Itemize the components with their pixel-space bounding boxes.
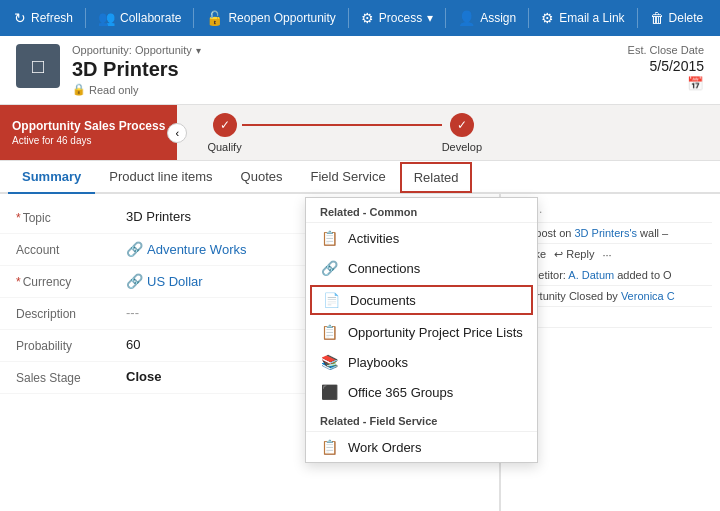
value-sales-stage: Close bbox=[126, 369, 161, 384]
tab-bar: Summary Product line items Quotes Field … bbox=[0, 161, 720, 194]
price-lists-icon: 📋 bbox=[320, 324, 338, 340]
separator bbox=[193, 8, 194, 28]
more-button[interactable]: ··· bbox=[602, 248, 611, 261]
email-button[interactable]: ⚙ Email a Link bbox=[533, 6, 632, 30]
lock-icon: 🔒 bbox=[72, 83, 86, 96]
note-placeholder[interactable]: note... bbox=[509, 202, 712, 223]
step-circle-qualify: ✓ bbox=[213, 113, 237, 137]
dropdown-item-price-lists[interactable]: 📋 Opportunity Project Price Lists bbox=[306, 317, 537, 347]
activity-link[interactable]: 3D Printers's bbox=[574, 227, 637, 239]
reopen-button[interactable]: 🔓 Reopen Opportunity bbox=[198, 6, 343, 30]
tab-quotes[interactable]: Quotes bbox=[227, 161, 297, 194]
close-date-value: 5/5/2015 bbox=[628, 58, 704, 74]
refresh-button[interactable]: ↻ Refresh bbox=[6, 6, 81, 30]
related-dropdown-menu: Related - Common 📋 Activities 🔗 Connecti… bbox=[305, 197, 538, 463]
value-probability: 60 bbox=[126, 337, 140, 352]
currency-link-icon: 🔗 bbox=[126, 273, 143, 289]
value-description: --- bbox=[126, 305, 139, 320]
activity-item-3: Opportunity Closed by Veronica C bbox=[509, 286, 712, 307]
step-label-develop: Develop bbox=[442, 141, 482, 153]
office365-icon: ⬛ bbox=[320, 384, 338, 400]
process-bar: Opportunity Sales Process Active for 46 … bbox=[0, 105, 720, 161]
activity-item-4: $0.00 bbox=[509, 307, 712, 328]
record-header: □ Opportunity: Opportunity ▾ 3D Printers… bbox=[0, 36, 720, 105]
tab-summary[interactable]: Summary bbox=[8, 161, 95, 194]
separator bbox=[348, 8, 349, 28]
label-currency: *Currency bbox=[16, 273, 126, 289]
delete-icon: 🗑 bbox=[650, 10, 664, 26]
value-currency[interactable]: 🔗 US Dollar bbox=[126, 273, 203, 289]
chevron-down-icon: ▾ bbox=[427, 11, 433, 25]
calendar-button[interactable]: 📅 bbox=[687, 76, 704, 91]
reply-button[interactable]: ↩ Reply bbox=[554, 248, 594, 261]
dropdown-item-office365[interactable]: ⬛ Office 365 Groups bbox=[306, 377, 537, 407]
record-title: 3D Printers bbox=[72, 58, 201, 81]
dropdown-item-connections[interactable]: 🔗 Connections bbox=[306, 253, 537, 283]
activity-item-2: Competitor: A. Datum added to O bbox=[509, 265, 712, 286]
process-icon: ⚙ bbox=[361, 10, 374, 26]
value-account[interactable]: 🔗 Adventure Works bbox=[126, 241, 246, 257]
dropdown-section-field-service: Related - Field Service bbox=[306, 407, 537, 432]
collaborate-button[interactable]: 👥 Collaborate bbox=[90, 6, 189, 30]
dropdown-item-playbooks[interactable]: 📚 Playbooks bbox=[306, 347, 537, 377]
tab-related[interactable]: Related bbox=[400, 162, 473, 193]
process-collapse-button[interactable]: ‹ bbox=[167, 123, 187, 143]
assign-button[interactable]: 👤 Assign bbox=[450, 6, 524, 30]
label-sales-stage: Sales Stage bbox=[16, 369, 126, 385]
step-circle-develop: ✓ bbox=[450, 113, 474, 137]
readonly-badge: 🔒 Read only bbox=[72, 83, 201, 96]
header-left: □ Opportunity: Opportunity ▾ 3D Printers… bbox=[16, 44, 201, 96]
label-topic: *Topic bbox=[16, 209, 126, 225]
label-description: Description bbox=[16, 305, 126, 321]
entity-info: Opportunity: Opportunity ▾ 3D Printers 🔒… bbox=[72, 44, 201, 96]
toolbar: ↻ Refresh 👥 Collaborate 🔓 Reopen Opportu… bbox=[0, 0, 720, 36]
connections-icon: 🔗 bbox=[320, 260, 338, 276]
breadcrumb-chevron-icon: ▾ bbox=[196, 45, 201, 56]
entity-icon: □ bbox=[16, 44, 60, 88]
dropdown-item-documents[interactable]: 📄 Documents bbox=[310, 285, 533, 315]
tab-field-service[interactable]: Field Service bbox=[297, 161, 400, 194]
process-stage: Opportunity Sales Process Active for 46 … bbox=[0, 105, 177, 160]
separator bbox=[528, 8, 529, 28]
header-right: Est. Close Date 5/5/2015 📅 bbox=[628, 44, 704, 91]
documents-icon: 📄 bbox=[322, 292, 340, 308]
process-button[interactable]: ⚙ Process ▾ bbox=[353, 6, 441, 30]
label-account: Account bbox=[16, 241, 126, 257]
process-step-develop[interactable]: ✓ Develop bbox=[442, 113, 482, 153]
step-label-qualify: Qualify bbox=[207, 141, 241, 153]
required-indicator: * bbox=[16, 211, 21, 225]
process-steps: ✓ Qualify ✓ Develop bbox=[187, 113, 720, 153]
activities-icon: 📋 bbox=[320, 230, 338, 246]
dropdown-section-common: Related - Common bbox=[306, 198, 537, 223]
dropdown-item-activities[interactable]: 📋 Activities bbox=[306, 223, 537, 253]
email-icon: ⚙ bbox=[541, 10, 554, 26]
activity-item-1: Auto-post on 3D Printers's wall – bbox=[509, 223, 712, 244]
value-topic: 3D Printers bbox=[126, 209, 191, 224]
veronica-link[interactable]: Veronica C bbox=[621, 290, 675, 302]
separator bbox=[637, 8, 638, 28]
datum-link[interactable]: A. Datum bbox=[568, 269, 614, 281]
required-indicator: * bbox=[16, 275, 21, 289]
separator bbox=[85, 8, 86, 28]
delete-button[interactable]: 🗑 Delete bbox=[642, 6, 712, 30]
close-date-label: Est. Close Date bbox=[628, 44, 704, 56]
breadcrumb: Opportunity: Opportunity ▾ bbox=[72, 44, 201, 56]
label-probability: Probability bbox=[16, 337, 126, 353]
step-connector bbox=[242, 124, 442, 126]
tab-product-line-items[interactable]: Product line items bbox=[95, 161, 226, 194]
work-orders-icon: 📋 bbox=[320, 439, 338, 455]
separator bbox=[445, 8, 446, 28]
dropdown-item-work-orders[interactable]: 📋 Work Orders bbox=[306, 432, 537, 462]
reopen-icon: 🔓 bbox=[206, 10, 223, 26]
process-step-qualify[interactable]: ✓ Qualify bbox=[207, 113, 241, 153]
account-link-icon: 🔗 bbox=[126, 241, 143, 257]
collaborate-icon: 👥 bbox=[98, 10, 115, 26]
playbooks-icon: 📚 bbox=[320, 354, 338, 370]
assign-icon: 👤 bbox=[458, 10, 475, 26]
refresh-icon: ↻ bbox=[14, 10, 26, 26]
activity-actions-1: 😊 Like ↩ Reply ··· bbox=[509, 244, 712, 265]
